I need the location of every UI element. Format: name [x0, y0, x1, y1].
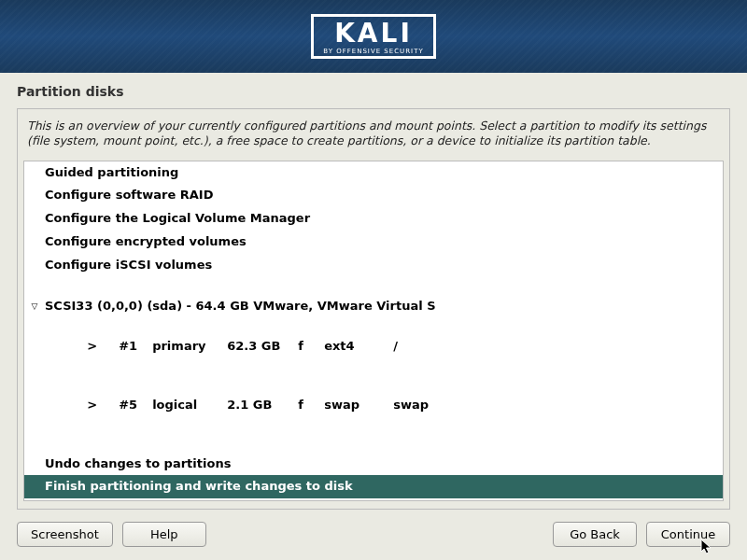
menu-configure-raid[interactable]: Configure software RAID	[24, 184, 723, 207]
go-back-button[interactable]: Go Back	[553, 522, 637, 547]
menu-guided-partitioning[interactable]: Guided partitioning	[24, 161, 723, 185]
partition-indicator: >	[87, 338, 119, 356]
partition-flag: f	[298, 397, 324, 414]
menu-finish-partitioning[interactable]: Finish partitioning and write changes to…	[24, 475, 723, 498]
partition-fs: ext4	[324, 338, 393, 356]
disk-entry[interactable]: ▽ SCSI33 (0,0,0) (sda) - 64.4 GB VMware,…	[24, 295, 723, 318]
partition-size: 62.3 GB	[227, 338, 298, 356]
installer-header: KALI BY OFFENSIVE SECURITY	[0, 0, 747, 73]
instructions-text: This is an overview of your currently co…	[18, 109, 729, 161]
partition-type: primary	[152, 338, 227, 356]
logo-subtitle: BY OFFENSIVE SECURITY	[323, 49, 423, 54]
list-spacer	[24, 277, 723, 295]
main-panel: This is an overview of your currently co…	[17, 108, 730, 510]
partition-listbox[interactable]: Guided partitioning Configure software R…	[23, 161, 724, 502]
expand-triangle-icon: ▽	[30, 301, 39, 313]
logo-text: KALI	[323, 21, 423, 47]
continue-button[interactable]: Continue	[646, 522, 730, 547]
disk-label: SCSI33 (0,0,0) (sda) - 64.4 GB VMware, V…	[45, 298, 436, 315]
partition-flag: f	[298, 338, 324, 356]
button-spacer	[216, 522, 543, 547]
partition-number: #5	[119, 397, 152, 414]
help-button[interactable]: Help	[122, 522, 206, 547]
menu-undo-changes[interactable]: Undo changes to partitions	[24, 453, 723, 476]
partition-type: logical	[152, 397, 227, 414]
partition-mount: swap	[393, 397, 429, 414]
partition-row[interactable]: >#5logical2.1 GBfswapswap	[24, 376, 723, 435]
menu-configure-encrypted[interactable]: Configure encrypted volumes	[24, 231, 723, 254]
page-title: Partition disks	[0, 73, 747, 108]
partition-indicator: >	[87, 397, 119, 414]
menu-configure-iscsi[interactable]: Configure iSCSI volumes	[24, 254, 723, 277]
partition-fs: swap	[324, 397, 393, 414]
list-spacer	[24, 435, 723, 453]
menu-configure-lvm[interactable]: Configure the Logical Volume Manager	[24, 207, 723, 231]
partition-row[interactable]: >#1primary62.3 GBfext4/	[24, 318, 723, 377]
partition-size: 2.1 GB	[227, 397, 298, 414]
partition-number: #1	[119, 338, 152, 356]
kali-logo: KALI BY OFFENSIVE SECURITY	[311, 14, 435, 58]
screenshot-button[interactable]: Screenshot	[17, 522, 113, 547]
button-bar: Screenshot Help Go Back Continue	[0, 510, 747, 547]
partition-mount: /	[393, 338, 398, 356]
